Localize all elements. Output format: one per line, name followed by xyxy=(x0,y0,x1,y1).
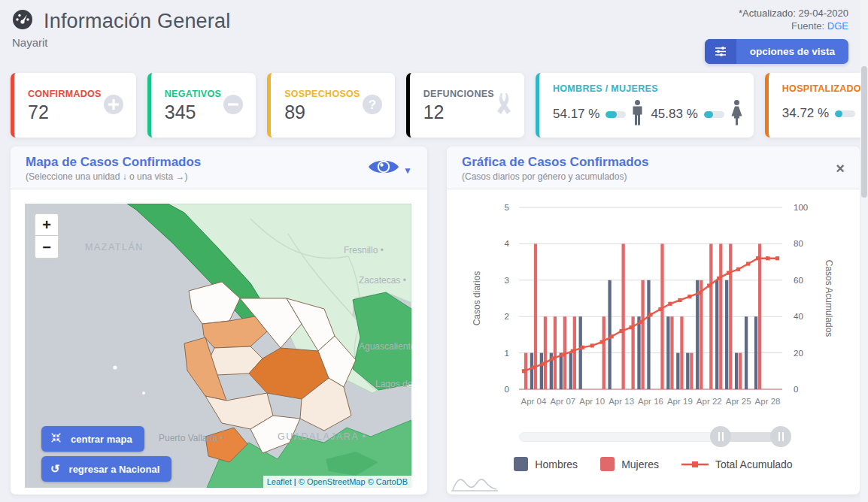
map-zoom-control: + − xyxy=(34,213,59,259)
bar-mujeres[interactable] xyxy=(719,243,722,389)
bar-hombres[interactable] xyxy=(735,353,738,389)
bar-hombres[interactable] xyxy=(560,353,563,389)
map-view-dropdown[interactable]: ▼ xyxy=(367,155,412,182)
bar-hombres[interactable] xyxy=(745,316,748,389)
percentage-pill xyxy=(704,111,724,118)
line-marker[interactable] xyxy=(600,340,604,343)
bar-mujeres[interactable] xyxy=(680,316,683,389)
line-marker[interactable] xyxy=(717,277,721,280)
center-map-button[interactable]: centrar mapa xyxy=(41,426,144,452)
svg-text:1: 1 xyxy=(505,349,509,358)
bar-hombres[interactable] xyxy=(686,353,689,389)
view-options-button[interactable]: opciones de vista xyxy=(705,39,848,64)
plus-circle-icon xyxy=(102,92,126,119)
line-marker[interactable] xyxy=(639,320,642,324)
close-icon[interactable]: × xyxy=(836,161,845,176)
bar-hombres[interactable] xyxy=(579,316,582,389)
app-header: Información General Nayarit *Actualizado… xyxy=(0,0,868,68)
bar-mujeres[interactable] xyxy=(758,243,761,389)
bar-hombres[interactable] xyxy=(754,316,757,389)
back-to-national-button[interactable]: ↺ regresar a Nacional xyxy=(41,456,171,482)
bar-mujeres[interactable] xyxy=(729,243,732,389)
bar-mujeres[interactable] xyxy=(602,316,605,389)
line-marker[interactable] xyxy=(697,291,701,295)
line-marker[interactable] xyxy=(581,346,584,349)
line-marker[interactable] xyxy=(775,256,779,260)
line-marker[interactable] xyxy=(522,369,526,373)
bar-mujeres[interactable] xyxy=(544,316,547,389)
line-marker[interactable] xyxy=(620,329,624,333)
line-marker[interactable] xyxy=(727,271,730,275)
card-value: 72 xyxy=(28,101,102,123)
slider-handle-right[interactable] xyxy=(770,426,791,447)
line-marker[interactable] xyxy=(678,298,681,302)
bar-hombres[interactable] xyxy=(666,316,669,389)
date-range-slider[interactable] xyxy=(447,425,860,448)
carto-link[interactable]: © CartoDB xyxy=(368,477,408,486)
legend-label: Mujeres xyxy=(621,458,659,470)
line-marker[interactable] xyxy=(668,302,672,306)
svg-text:0: 0 xyxy=(505,385,509,394)
bar-mujeres[interactable] xyxy=(709,243,712,389)
chart-panel: Gráfica de Casos Confirmados (Casos diar… xyxy=(447,147,860,494)
zoom-out-button[interactable]: − xyxy=(35,236,58,258)
leaflet-map[interactable]: MAZATLÁNFresnillo •Zacatecas •Aguascalie… xyxy=(25,204,411,488)
bar-hombres[interactable] xyxy=(676,353,679,389)
line-marker[interactable] xyxy=(532,365,536,369)
svg-text:Apr 16: Apr 16 xyxy=(638,397,663,406)
bar-mujeres[interactable] xyxy=(622,243,625,389)
leaflet-link[interactable]: Leaflet xyxy=(267,477,292,486)
legend-item-mujeres[interactable]: Mujeres xyxy=(600,457,659,471)
line-marker[interactable] xyxy=(542,362,545,366)
line-marker[interactable] xyxy=(648,313,652,316)
line-marker[interactable] xyxy=(590,343,594,347)
bar-mujeres[interactable] xyxy=(690,353,693,389)
view-options-label: opciones de vista xyxy=(736,39,848,64)
line-marker[interactable] xyxy=(561,352,565,356)
card-percentage: 54.17 % xyxy=(553,107,599,122)
zoom-in-button[interactable]: + xyxy=(35,214,58,236)
line-marker[interactable] xyxy=(746,262,750,265)
svg-text:4: 4 xyxy=(505,239,510,248)
chart-panel-subtitle: (Casos diarios por género y acumulados) xyxy=(462,171,648,182)
bar-hombres[interactable] xyxy=(647,280,650,389)
map-label-zacatecas: Zacatecas • xyxy=(359,275,406,286)
line-marker[interactable] xyxy=(629,325,633,329)
osm-link[interactable]: © OpenStreetMap xyxy=(299,477,366,486)
line-marker[interactable] xyxy=(766,256,769,260)
legend-label: Hombres xyxy=(535,458,578,470)
bar-hombres[interactable] xyxy=(696,280,699,389)
line-marker[interactable] xyxy=(571,349,575,353)
bar-mujeres[interactable] xyxy=(660,243,663,389)
line-marker[interactable] xyxy=(687,295,691,298)
line-marker[interactable] xyxy=(756,256,760,260)
bar-hombres[interactable] xyxy=(569,353,572,389)
page-scrollbar[interactable] xyxy=(860,0,868,502)
bar-hombres[interactable] xyxy=(540,353,543,389)
card-percentage: 34.72 % xyxy=(782,106,829,121)
bar-mujeres[interactable] xyxy=(739,353,742,389)
source-link[interactable]: DGE xyxy=(827,20,848,32)
legend-item-total-acumulado[interactable]: Total Acumulado xyxy=(681,458,793,470)
bar-hombres[interactable] xyxy=(715,280,718,389)
bar-hombres[interactable] xyxy=(530,353,533,389)
scrollbar-thumb[interactable] xyxy=(861,66,867,198)
line-marker[interactable] xyxy=(707,283,711,287)
slider-handle-left[interactable] xyxy=(710,426,731,447)
card-label: CONFIRMADOS xyxy=(28,89,102,99)
page-subtitle: Nayarit xyxy=(12,36,230,49)
line-marker[interactable] xyxy=(551,356,555,360)
sliders-icon xyxy=(705,39,736,64)
bar-hombres[interactable] xyxy=(637,316,640,389)
line-marker[interactable] xyxy=(658,307,662,311)
gauge-icon xyxy=(11,8,35,35)
line-marker[interactable] xyxy=(736,268,740,271)
line-marker[interactable] xyxy=(610,334,614,338)
bar-mujeres[interactable] xyxy=(700,280,703,389)
legend-item-hombres[interactable]: Hombres xyxy=(514,457,578,471)
bar-mujeres[interactable] xyxy=(641,280,644,389)
bar-hombres[interactable] xyxy=(725,280,728,389)
updated-text: *Actualizado: 29-04-2020 xyxy=(705,8,848,19)
bar-mujeres[interactable] xyxy=(554,316,557,389)
bar-mujeres[interactable] xyxy=(670,316,673,389)
